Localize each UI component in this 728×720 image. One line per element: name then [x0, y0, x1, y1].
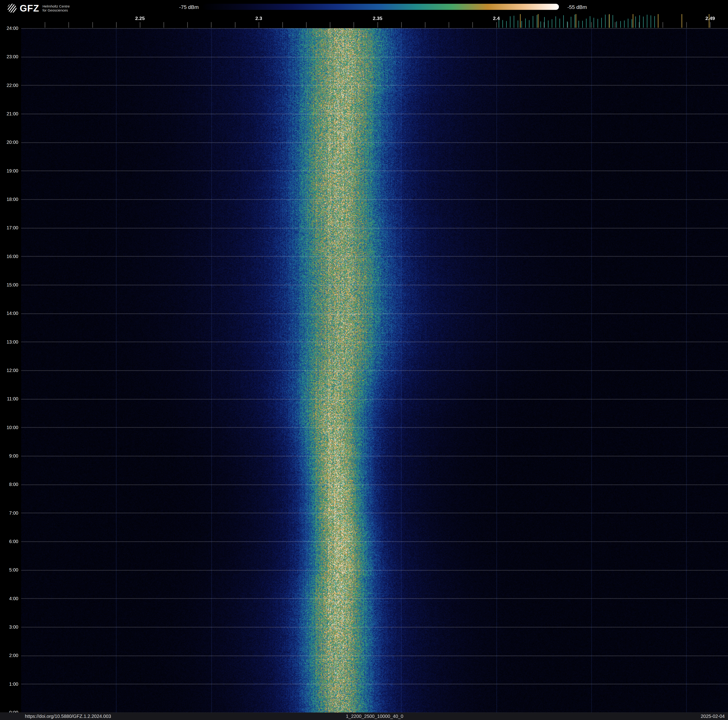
- frequency-tick-label: 2.3: [255, 15, 262, 21]
- logo-acronym: GFZ: [20, 3, 39, 14]
- logo-subtitle-line2: for Geosciences: [43, 8, 70, 12]
- time-tick-label: 1:00: [0, 682, 18, 686]
- spectrogram-canvas: [21, 28, 728, 712]
- frequency-tick-label: 2.35: [373, 15, 382, 21]
- frequency-tick-label: 2.25: [135, 15, 145, 21]
- time-tick-label: 15:00: [0, 282, 18, 287]
- colorbar-max-label: -55 dBm: [567, 4, 587, 10]
- dataset-id: 1_2200_2500_10000_40_0: [21, 713, 728, 720]
- logo-subtitle: Helmholtz Centre for Geosciences: [43, 4, 70, 12]
- time-tick-label: 13:00: [0, 339, 18, 345]
- time-tick-label: 20:00: [0, 139, 18, 145]
- time-tick-label: 5:00: [0, 567, 18, 573]
- header: GFZ Helmholtz Centre for Geosciences -75…: [0, 0, 728, 28]
- time-tick-label: 16:00: [0, 254, 18, 259]
- time-tick-label: 19:00: [0, 168, 18, 173]
- time-tick-label: 7:00: [0, 510, 18, 516]
- time-tick-label: 11:00: [0, 396, 18, 401]
- frequency-tick-label: 2.4: [493, 15, 500, 21]
- gfz-logo: GFZ Helmholtz Centre for Geosciences: [6, 3, 70, 14]
- colorbar: [203, 4, 559, 10]
- footer: https://doi.org/10.5880/GFZ.1.2.2024.003…: [0, 712, 728, 720]
- frequency-tick-label: 2.49: [705, 15, 715, 21]
- logo-subtitle-line1: Helmholtz Centre: [43, 4, 70, 8]
- time-tick-label: 6:00: [0, 539, 18, 544]
- time-tick-label: 18:00: [0, 197, 18, 202]
- time-tick-label: 23:00: [0, 54, 18, 59]
- time-tick-label: 3:00: [0, 624, 18, 630]
- time-tick-label: 21:00: [0, 111, 18, 116]
- time-tick-label: 9:00: [0, 453, 18, 458]
- time-tick-label: 2:00: [0, 653, 18, 658]
- date-label: 2025-02-04: [701, 713, 725, 720]
- time-tick-label: 17:00: [0, 225, 18, 230]
- time-tick-label: 14:00: [0, 311, 18, 316]
- time-tick-label: 4:00: [0, 596, 18, 601]
- colorbar-min-label: -75 dBm: [155, 4, 199, 10]
- time-tick-label: 22:00: [0, 83, 18, 88]
- time-tick-label: 12:00: [0, 368, 18, 373]
- gfz-logo-icon: [6, 3, 17, 14]
- time-tick-label: 8:00: [0, 482, 18, 487]
- time-tick-label: 10:00: [0, 425, 18, 430]
- frequency-axis-ticks: [0, 13, 728, 28]
